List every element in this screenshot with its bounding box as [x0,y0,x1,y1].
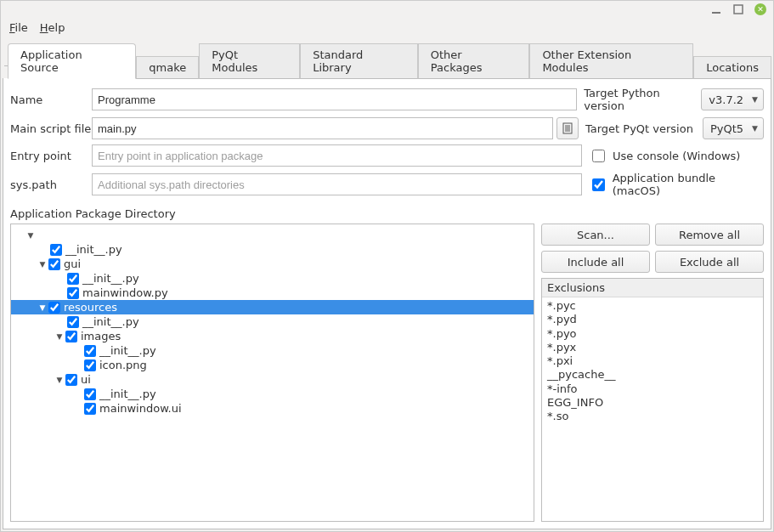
list-item[interactable]: *.pyx [547,341,758,354]
tree-row[interactable]: __init__.py [11,343,534,358]
tree-row-selected[interactable]: ▼resources [11,300,534,314]
target-pyqt-version-combo[interactable]: PyQt5 ▼ [703,117,764,139]
tab-locations[interactable]: Locations [693,56,771,79]
list-item[interactable]: *-info [547,382,758,396]
menubar: File Help [1,18,773,37]
list-item[interactable]: __pycache__ [547,368,758,382]
tab-content: Name Target Python version v3.7.2 ▼ Main… [3,78,771,529]
app-window: ✕ File Help Application Source qmake PyQ… [0,0,774,532]
exclude-all-button[interactable]: Exclude all [655,251,764,273]
name-label: Name [10,93,92,106]
list-item[interactable]: *.pxi [547,354,758,368]
tree-row[interactable]: ▼gui [11,257,534,271]
remove-all-button[interactable]: Remove all [655,224,764,246]
tree-row[interactable]: ▼ [11,228,534,242]
list-item[interactable]: *.pyd [547,313,758,326]
syspath-label: sys.path [10,178,92,191]
file-icon [562,122,573,134]
list-item[interactable]: *.pyc [547,299,758,313]
syspath-input[interactable] [92,173,582,195]
exclusions-header: Exclusions [542,279,763,297]
mainscript-label: Main script file [10,122,92,135]
menu-help[interactable]: Help [40,21,65,34]
entrypoint-input[interactable] [92,144,582,167]
tree-row[interactable]: ▼ui [11,372,534,387]
menu-file[interactable]: File [9,21,28,34]
close-icon[interactable]: ✕ [754,3,766,15]
include-all-button[interactable]: Include all [541,251,650,273]
package-tree[interactable]: ▼ __init__.py ▼gui __init__.py mainwindo… [10,224,534,522]
scan-button[interactable]: Scan... [541,224,650,246]
tree-row[interactable]: __init__.py [11,314,534,329]
tab-standard-library[interactable]: Standard Library [300,43,418,79]
maximize-icon[interactable] [732,3,744,15]
target-pyqt-version-label: Target PyQt version [585,122,703,135]
chevron-down-icon: ▼ [752,95,758,104]
exclusions-list[interactable]: *.pyc *.pyd *.pyo *.pyx *.pxi __pycache_… [542,297,763,521]
svg-rect-2 [563,123,572,133]
target-python-version-combo[interactable]: v3.7.2 ▼ [701,88,764,110]
svg-rect-1 [734,5,743,14]
tree-row[interactable]: mainwindow.py [11,286,534,300]
use-console-checkbox[interactable]: Use console (Windows) [589,147,740,165]
list-item[interactable]: *.so [547,410,758,423]
exclusions-panel: Exclusions *.pyc *.pyd *.pyo *.pyx *.pxi… [541,278,764,522]
package-directory-header: Application Package Directory [10,207,764,220]
tree-row[interactable]: mainwindow.ui [11,401,534,416]
chevron-down-icon: ▼ [752,124,758,133]
tab-other-extension-modules[interactable]: Other Extension Modules [529,43,693,79]
svg-rect-0 [712,12,720,14]
tab-pyqt-modules[interactable]: PyQt Modules [199,43,300,79]
application-bundle-checkbox[interactable]: Application bundle (macOS) [589,172,764,197]
browse-file-button[interactable] [556,117,579,139]
list-item[interactable]: EGG_INFO [547,396,758,410]
minimize-icon[interactable] [710,3,722,15]
side-panel: Scan... Remove all Include all Exclude a… [541,224,764,522]
tree-row[interactable]: __init__.py [11,271,534,286]
mainscript-input[interactable] [92,117,553,139]
tree-row[interactable]: __init__.py [11,387,534,401]
target-python-version-label: Target Python version [584,87,701,112]
tab-other-packages[interactable]: Other Packages [418,43,530,79]
list-item[interactable]: *.pyo [547,327,758,341]
name-input[interactable] [92,88,577,110]
tab-bar: Application Source qmake PyQt Modules St… [3,37,771,78]
tree-row[interactable]: icon.png [11,358,534,372]
entrypoint-label: Entry point [10,150,92,162]
tree-row[interactable]: ▼images [11,329,534,343]
titlebar: ✕ [1,1,773,18]
tab-qmake[interactable]: qmake [136,56,199,79]
tree-row[interactable]: __init__.py [11,242,534,257]
tab-application-source[interactable]: Application Source [8,43,136,79]
